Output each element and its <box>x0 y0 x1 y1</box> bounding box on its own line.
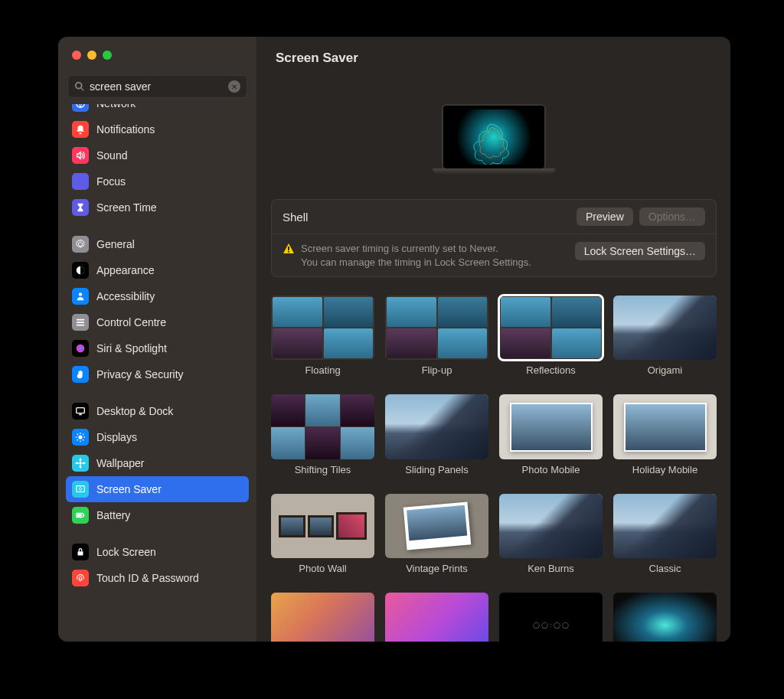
svg-point-6 <box>77 345 85 353</box>
svg-point-2 <box>79 292 82 296</box>
screensaver-tile-vintage[interactable]: Vintage Prints <box>385 494 488 574</box>
search-field[interactable]: ✕ <box>67 75 247 98</box>
screensaver-tile-sliding[interactable]: Sliding Panels <box>385 394 488 475</box>
sidebar-item-lockscreen[interactable]: Lock Screen <box>66 539 249 565</box>
screensaver-thumbnail <box>385 394 488 459</box>
sidebar-item-controlcentre[interactable]: Control Centre <box>66 309 249 335</box>
preview-button[interactable]: Preview <box>577 207 633 226</box>
screensaver-grid: FloatingFlip-upReflectionsOrigamiShiftin… <box>257 277 730 642</box>
svg-rect-7 <box>77 408 85 413</box>
screensaver-tile-floating[interactable]: Floating <box>271 296 374 376</box>
screensaver-tile-extra3[interactable]: ◯ ◯ : ◯ ◯ <box>499 593 603 642</box>
svg-rect-28 <box>78 551 83 555</box>
screensaver-tile-photomobile[interactable]: Photo Mobile <box>499 394 603 475</box>
sidebar-item-privacy[interactable]: Privacy & Security <box>66 361 249 387</box>
screensaver-thumbnail <box>499 494 603 558</box>
sidebar-item-label: Focus <box>96 175 126 188</box>
sidebar-item-battery[interactable]: Battery <box>66 502 249 528</box>
screensaver-tile-reflections[interactable]: Reflections <box>499 296 603 376</box>
saver-icon <box>72 481 89 498</box>
screensaver-tile-extra1[interactable] <box>271 593 374 642</box>
screensaver-tile-label: Floating <box>305 364 340 376</box>
screensaver-tile-shifting[interactable]: Shifting Tiles <box>271 394 374 475</box>
sidebar-item-desktop[interactable]: Desktop & Dock <box>66 398 249 424</box>
screensaver-tile-flipup[interactable]: Flip-up <box>385 296 488 376</box>
lock-icon <box>72 544 89 560</box>
sidebar-item-general[interactable]: General <box>66 231 249 257</box>
search-icon <box>74 81 85 92</box>
settings-window: ✕ NetworkNotificationsSoundFocusScreen T… <box>58 37 730 642</box>
main-content: Screen Saver Shell Previe <box>257 37 730 642</box>
sidebar-item-label: Network <box>96 104 136 109</box>
sidebar-item-sound[interactable]: Sound <box>66 142 249 168</box>
screensaver-tile-label: Flip-up <box>422 364 452 376</box>
lock-screen-settings-button[interactable]: Lock Screen Settings… <box>575 242 705 260</box>
zoom-icon[interactable] <box>103 51 112 60</box>
sidebar-item-touchid[interactable]: Touch ID & Password <box>66 565 249 591</box>
svg-line-15 <box>83 439 83 440</box>
sidebar-item-screensaver[interactable]: Screen Saver <box>66 476 249 502</box>
screensaver-thumbnail <box>385 593 488 642</box>
hourglass-icon <box>72 199 89 216</box>
page-title: Screen Saver <box>276 51 358 66</box>
screensaver-tile-photowall[interactable]: Photo Wall <box>271 494 374 574</box>
screensaver-info-card: Shell Preview Options… Screen saver timi… <box>271 199 717 277</box>
sun-icon <box>72 429 89 446</box>
sidebar-item-label: General <box>96 238 135 250</box>
screensaver-tile-label: Vintage Prints <box>406 563 468 574</box>
sidebar-item-wallpaper[interactable]: Wallpaper <box>66 450 249 476</box>
screensaver-thumbnail <box>499 296 603 360</box>
screensaver-thumbnail <box>271 296 374 360</box>
sidebar: ✕ NetworkNotificationsSoundFocusScreen T… <box>58 37 257 642</box>
sidebar-item-label: Siri & Spotlight <box>96 342 167 354</box>
screensaver-tile-label: Sliding Panels <box>405 464 468 475</box>
screensaver-thumbnail <box>385 494 488 558</box>
screensaver-thumbnail <box>499 394 603 459</box>
screensaver-tile-label: Classic <box>649 563 681 574</box>
screensaver-thumbnail <box>613 394 717 459</box>
svg-point-20 <box>80 465 82 468</box>
screensaver-tile-label: Photo Mobile <box>522 464 580 475</box>
screensaver-tile-classic[interactable]: Classic <box>613 494 717 574</box>
svg-line-17 <box>83 434 83 435</box>
screensaver-tile-extra4[interactable] <box>613 593 717 642</box>
screensaver-tile-label: Reflections <box>526 364 575 376</box>
bell-icon <box>72 121 89 138</box>
sidebar-item-focus[interactable]: Focus <box>66 168 249 194</box>
warning-text: Screen saver timing is currently set to … <box>301 242 569 269</box>
screensaver-tile-label: Ken Burns <box>528 563 574 574</box>
clear-search-button[interactable]: ✕ <box>228 80 240 93</box>
sidebar-item-label: Screen Saver <box>96 483 162 495</box>
desktop-icon <box>72 403 89 420</box>
screensaver-tile-holidaymobile[interactable]: Holiday Mobile <box>613 394 717 475</box>
svg-rect-26 <box>83 514 84 517</box>
screensaver-tile-label: Origami <box>648 364 683 376</box>
sliders-icon <box>72 314 89 331</box>
current-screensaver-name: Shell <box>283 211 308 224</box>
screensaver-tile-extra2[interactable] <box>385 593 488 642</box>
sidebar-item-siri[interactable]: Siri & Spotlight <box>66 335 249 361</box>
search-input[interactable] <box>90 80 228 93</box>
sidebar-item-accessibility[interactable]: Accessibility <box>66 283 249 309</box>
svg-line-14 <box>77 434 78 435</box>
screensaver-tile-kenburns[interactable]: Ken Burns <box>499 494 603 574</box>
sidebar-item-displays[interactable]: Displays <box>66 424 249 450</box>
svg-rect-8 <box>79 414 82 416</box>
speaker-icon <box>72 147 89 164</box>
sidebar-item-appearance[interactable]: Appearance <box>66 257 249 283</box>
screensaver-thumbnail <box>271 494 374 558</box>
screensaver-thumbnail <box>271 593 374 642</box>
svg-rect-4 <box>77 322 85 323</box>
close-icon[interactable] <box>72 51 81 60</box>
options-button[interactable]: Options… <box>639 207 705 226</box>
sidebar-item-network[interactable]: Network <box>66 104 249 116</box>
sidebar-item-label: Notifications <box>96 123 155 136</box>
svg-point-22 <box>82 462 85 465</box>
screensaver-tile-origami[interactable]: Origami <box>613 296 717 376</box>
flower-icon <box>72 455 89 472</box>
sidebar-item-screentime[interactable]: Screen Time <box>66 194 249 220</box>
minimize-icon[interactable] <box>87 51 96 60</box>
laptop-icon <box>442 104 546 170</box>
finger-icon <box>72 570 89 586</box>
sidebar-item-notifications[interactable]: Notifications <box>66 116 249 142</box>
